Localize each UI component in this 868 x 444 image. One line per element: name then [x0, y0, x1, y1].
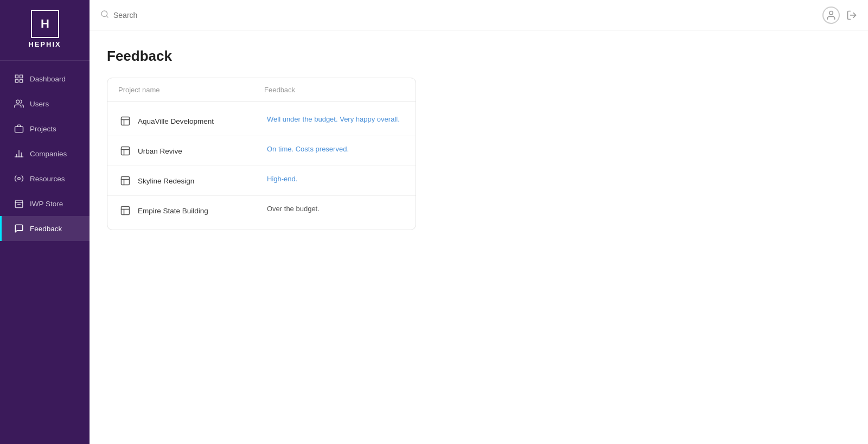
svg-rect-25: [122, 207, 130, 215]
sidebar-item-label: Dashboard: [30, 75, 66, 83]
svg-rect-0: [15, 75, 18, 78]
feedback-text: Over the budget.: [261, 204, 405, 214]
svg-rect-5: [15, 126, 23, 132]
sidebar-nav: Dashboard Users Projects: [0, 61, 90, 241]
main-content: Feedback Project name Feedback AquaVille…: [90, 0, 868, 444]
sidebar-item-label: Resources: [30, 175, 65, 183]
project-name: Urban Revive: [138, 147, 182, 155]
project-name: Skyline Redesign: [138, 177, 194, 185]
sidebar-item-users[interactable]: Users: [0, 91, 90, 116]
table-row: Empire State Building Over the budget.: [107, 196, 416, 225]
svg-rect-3: [15, 80, 18, 83]
feedback-text: On time. Costs preserved.: [261, 144, 405, 155]
svg-rect-19: [122, 147, 130, 155]
sidebar-item-feedback[interactable]: Feedback: [0, 216, 90, 241]
dashboard-icon: [14, 73, 24, 84]
feedback-text: High-end.: [261, 174, 405, 185]
projects-icon: [14, 123, 24, 134]
col-feedback-header: Feedback: [259, 86, 405, 94]
companies-icon: [14, 148, 24, 159]
table-row: Urban Revive On time. Costs preserved.: [107, 136, 416, 166]
svg-rect-2: [20, 80, 23, 83]
project-icon: [118, 114, 132, 128]
logo-name: HEPHIX: [28, 40, 61, 48]
svg-line-13: [106, 16, 108, 17]
search-icon: [100, 10, 109, 21]
sidebar-item-label: IWP Store: [30, 200, 63, 208]
page-content: Feedback Project name Feedback AquaVille…: [90, 30, 868, 444]
project-icon: [118, 144, 132, 158]
project-icon: [118, 174, 132, 188]
logo-letter: H: [41, 17, 49, 31]
logo-area: H HEPHIX: [0, 0, 90, 61]
project-name: Empire State Building: [138, 207, 208, 215]
sidebar-item-projects[interactable]: Projects: [0, 116, 90, 141]
users-icon: [14, 98, 24, 109]
sidebar-item-label: Projects: [30, 125, 56, 133]
feedback-text: Well under the budget. Very happy overal…: [261, 114, 405, 125]
feedback-icon: [14, 223, 24, 234]
sidebar-item-iwp-store[interactable]: IWP Store: [0, 191, 90, 216]
table-row: AquaVille Development Well under the bud…: [107, 106, 416, 136]
topbar: [90, 0, 868, 30]
sidebar: H HEPHIX Dashboard Users: [0, 0, 90, 444]
svg-rect-22: [122, 177, 130, 185]
user-avatar[interactable]: [822, 7, 840, 24]
search-area: [100, 10, 816, 21]
table-row: Skyline Redesign High-end.: [107, 166, 416, 196]
logout-button[interactable]: [846, 10, 857, 21]
resources-icon: [14, 173, 24, 184]
svg-point-4: [16, 100, 20, 103]
table-header: Project name Feedback: [107, 78, 416, 102]
page-title: Feedback: [107, 48, 851, 65]
sidebar-item-label: Users: [30, 100, 49, 108]
svg-rect-16: [122, 117, 130, 125]
sidebar-item-companies[interactable]: Companies: [0, 141, 90, 166]
sidebar-item-label: Feedback: [30, 225, 62, 233]
sidebar-item-label: Companies: [30, 150, 67, 158]
feedback-table-card: Project name Feedback AquaVille Developm…: [107, 78, 416, 230]
svg-rect-1: [20, 75, 23, 78]
row-left: Skyline Redesign: [118, 174, 256, 188]
sidebar-item-resources[interactable]: Resources: [0, 166, 90, 191]
project-name: AquaVille Development: [138, 117, 214, 125]
logo-box: H: [31, 10, 59, 38]
project-icon: [118, 204, 132, 218]
topbar-actions: [822, 7, 857, 24]
row-left: AquaVille Development: [118, 114, 256, 128]
row-left: Empire State Building: [118, 204, 256, 218]
search-input[interactable]: [113, 11, 222, 20]
store-icon: [14, 198, 24, 209]
table-body: AquaVille Development Well under the bud…: [107, 102, 416, 230]
svg-point-10: [18, 177, 21, 180]
col-project-header: Project name: [118, 86, 259, 94]
row-left: Urban Revive: [118, 144, 256, 158]
svg-point-14: [829, 11, 833, 15]
sidebar-item-dashboard[interactable]: Dashboard: [0, 66, 90, 91]
